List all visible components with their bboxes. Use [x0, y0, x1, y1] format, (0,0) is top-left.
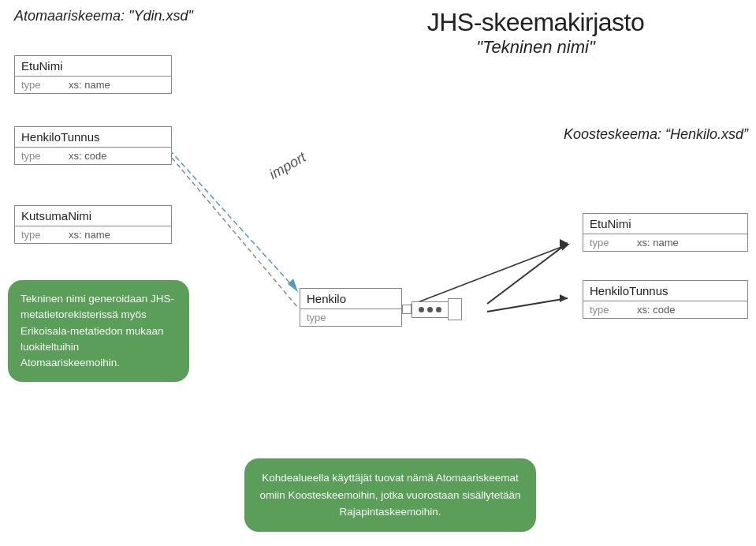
etunimi-left-value: xs: name [69, 79, 110, 91]
etunimi-left-title: EtuNimi [15, 56, 171, 77]
henkilotunnus-right-value: xs: code [637, 304, 675, 316]
etunimi-left-row: type xs: name [15, 77, 171, 93]
import-label: import [266, 149, 309, 183]
henkilo-center-row: type [300, 309, 401, 326]
svg-marker-6 [560, 294, 568, 302]
henkilotunnus-left-title: HenkiloTunnus [15, 127, 171, 148]
henkilo-center-title: Henkilo [300, 289, 401, 309]
uml-rect-end [448, 298, 462, 320]
green-balloon-bottom-text: Kohdealueella käyttäjät tuovat nämä Atom… [260, 472, 521, 518]
uml-dot-3 [436, 307, 441, 312]
etunimi-right-type: type [590, 237, 621, 249]
etunimi-right-title: EtuNimi [583, 214, 747, 234]
kutsumanimi-row: type xs: name [15, 226, 171, 243]
uml-dot-1 [419, 307, 424, 312]
main-title: JHS-skeemakirjasto [315, 8, 756, 37]
green-balloon-left-text: Tekninen nimi generoidaan JHS-metatietor… [20, 293, 174, 368]
uml-dot-group [412, 301, 449, 318]
etunimi-right-value: xs: name [637, 237, 679, 249]
etunimi-left-box: EtuNimi type xs: name [14, 55, 172, 94]
henkilo-center-box: Henkilo type [300, 288, 402, 327]
kutsumanimi-type: type [21, 229, 53, 241]
henkilotunnus-left-value: xs: code [69, 150, 106, 162]
henkilotunnus-right-box: HenkiloTunnus type xs: code [583, 280, 748, 319]
henkilotunnus-right-row: type xs: code [583, 301, 747, 318]
svg-marker-5 [560, 239, 568, 247]
etunimi-right-box: EtuNimi type xs: name [583, 213, 748, 252]
kutsumanimi-title: KutsumaNimi [15, 206, 171, 226]
henkilotunnus-right-title: HenkiloTunnus [583, 281, 747, 301]
kutsumanimi-box: KutsumaNimi type xs: name [14, 205, 172, 244]
henkilotunnus-left-box: HenkiloTunnus type xs: code [14, 126, 172, 165]
svg-line-3 [487, 243, 568, 304]
svg-marker-8 [288, 279, 298, 292]
henkilotunnus-left-type: type [21, 150, 53, 162]
uml-dot-2 [427, 307, 433, 312]
kutsumanimi-value: xs: name [69, 229, 110, 241]
svg-line-4 [487, 298, 568, 312]
uml-connector-area [402, 298, 462, 320]
etunimi-right-row: type xs: name [583, 234, 747, 251]
green-balloon-bottom: Kohdealueella käyttäjät tuovat nämä Atom… [244, 458, 536, 532]
green-balloon-left: Tekninen nimi generoidaan JHS-metatietor… [8, 280, 189, 382]
atomic-label: Atomaariskeema: "Ydin.xsd" [14, 8, 193, 24]
title-area: JHS-skeemakirjasto "Tekninen nimi" [315, 8, 756, 58]
sub-title: "Tekninen nimi" [315, 37, 756, 58]
henkilo-center-type: type [307, 312, 338, 323]
henkilotunnus-right-type: type [590, 304, 621, 316]
henkilotunnus-left-row: type xs: code [15, 148, 171, 164]
etunimi-left-type: type [21, 79, 53, 91]
uml-small-square [402, 305, 412, 314]
koosteskeema-label: Koosteskeema: “Henkilo.xsd” [564, 126, 748, 143]
